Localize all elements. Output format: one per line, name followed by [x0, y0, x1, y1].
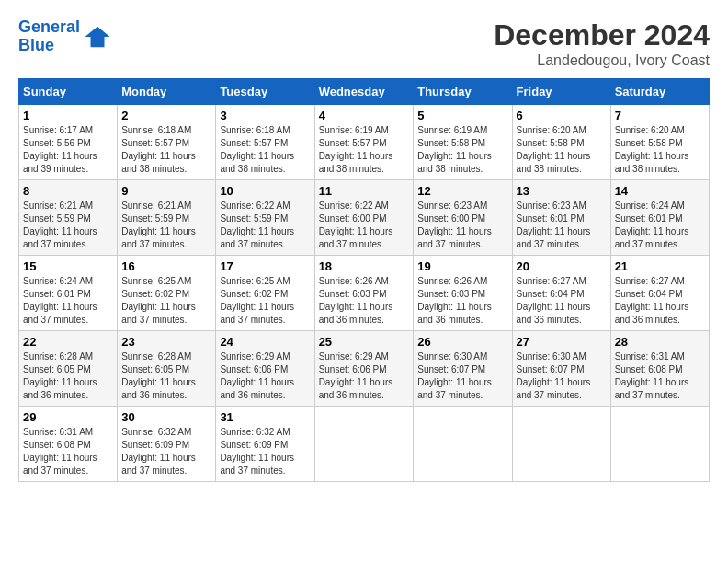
day-info: Sunrise: 6:17 AMSunset: 5:56 PMDaylight:… [23, 124, 113, 176]
table-row: 10 Sunrise: 6:22 AMSunset: 5:59 PMDaylig… [216, 180, 314, 256]
table-row: 27 Sunrise: 6:30 AMSunset: 6:07 PMDaylig… [512, 331, 610, 407]
day-number: 22 [23, 335, 113, 349]
day-number: 12 [417, 184, 507, 198]
day-info: Sunrise: 6:29 AMSunset: 6:06 PMDaylight:… [220, 350, 310, 402]
day-info: Sunrise: 6:28 AMSunset: 6:05 PMDaylight:… [121, 350, 211, 402]
table-row: 15 Sunrise: 6:24 AMSunset: 6:01 PMDaylig… [19, 256, 118, 331]
day-info: Sunrise: 6:31 AMSunset: 6:08 PMDaylight:… [615, 350, 705, 402]
table-row: 12 Sunrise: 6:23 AMSunset: 6:00 PMDaylig… [414, 180, 512, 256]
day-info: Sunrise: 6:27 AMSunset: 6:04 PMDaylight:… [615, 275, 705, 327]
table-row: 23 Sunrise: 6:28 AMSunset: 6:05 PMDaylig… [118, 331, 216, 407]
day-info: Sunrise: 6:25 AMSunset: 6:02 PMDaylight:… [121, 275, 211, 327]
table-row: 20 Sunrise: 6:27 AMSunset: 6:04 PMDaylig… [512, 256, 610, 331]
day-info: Sunrise: 6:31 AMSunset: 6:08 PMDaylight:… [23, 426, 113, 477]
table-row [512, 407, 610, 482]
table-row: 7 Sunrise: 6:20 AMSunset: 5:58 PMDayligh… [610, 105, 709, 180]
day-number: 20 [517, 259, 607, 273]
day-info: Sunrise: 6:28 AMSunset: 6:05 PMDaylight:… [23, 350, 113, 402]
day-number: 13 [517, 184, 607, 198]
day-info: Sunrise: 6:22 AMSunset: 5:59 PMDaylight:… [220, 200, 310, 251]
col-friday: Friday [512, 79, 610, 105]
day-number: 9 [121, 184, 211, 198]
table-row: 3 Sunrise: 6:18 AMSunset: 5:57 PMDayligh… [216, 105, 314, 180]
table-row [610, 407, 709, 482]
day-number: 25 [319, 335, 410, 349]
col-wednesday: Wednesday [314, 79, 414, 105]
table-row: 1 Sunrise: 6:17 AMSunset: 5:56 PMDayligh… [19, 105, 118, 180]
title-block: December 2024 Landedougou, Ivory Coast [494, 18, 710, 69]
day-number: 15 [23, 259, 113, 273]
day-number: 31 [220, 410, 310, 424]
day-info: Sunrise: 6:21 AMSunset: 5:59 PMDaylight:… [23, 200, 113, 251]
col-saturday: Saturday [610, 79, 709, 105]
calendar-week-row: 1 Sunrise: 6:17 AMSunset: 5:56 PMDayligh… [19, 105, 710, 180]
day-number: 4 [319, 109, 410, 122]
day-number: 2 [121, 109, 211, 122]
day-info: Sunrise: 6:32 AMSunset: 6:09 PMDaylight:… [220, 426, 310, 477]
table-row: 24 Sunrise: 6:29 AMSunset: 6:06 PMDaylig… [216, 331, 314, 407]
logo-icon [84, 23, 111, 51]
table-row: 5 Sunrise: 6:19 AMSunset: 5:58 PMDayligh… [414, 105, 512, 180]
day-number: 19 [417, 259, 507, 273]
table-row: 21 Sunrise: 6:27 AMSunset: 6:04 PMDaylig… [610, 256, 709, 331]
page-header: GeneralBlue December 2024 Landedougou, I… [18, 18, 710, 69]
table-row: 19 Sunrise: 6:26 AMSunset: 6:03 PMDaylig… [414, 256, 512, 331]
table-row: 17 Sunrise: 6:25 AMSunset: 6:02 PMDaylig… [216, 256, 314, 331]
day-info: Sunrise: 6:19 AMSunset: 5:58 PMDaylight:… [417, 124, 507, 176]
day-info: Sunrise: 6:23 AMSunset: 6:01 PMDaylight:… [517, 200, 607, 251]
col-sunday: Sunday [19, 79, 118, 105]
calendar-table: Sunday Monday Tuesday Wednesday Thursday… [18, 78, 710, 482]
day-number: 3 [220, 109, 310, 122]
day-number: 27 [517, 335, 607, 349]
svg-marker-0 [85, 27, 110, 48]
table-row: 9 Sunrise: 6:21 AMSunset: 5:59 PMDayligh… [118, 180, 216, 256]
calendar-week-row: 29 Sunrise: 6:31 AMSunset: 6:08 PMDaylig… [19, 407, 710, 482]
calendar-week-row: 15 Sunrise: 6:24 AMSunset: 6:01 PMDaylig… [19, 256, 710, 331]
day-number: 5 [417, 109, 507, 122]
day-info: Sunrise: 6:24 AMSunset: 6:01 PMDaylight:… [615, 200, 705, 251]
day-info: Sunrise: 6:26 AMSunset: 6:03 PMDaylight:… [417, 275, 507, 327]
day-info: Sunrise: 6:18 AMSunset: 5:57 PMDaylight:… [121, 124, 211, 176]
day-info: Sunrise: 6:29 AMSunset: 6:06 PMDaylight:… [319, 350, 410, 402]
day-info: Sunrise: 6:26 AMSunset: 6:03 PMDaylight:… [319, 275, 410, 327]
day-number: 29 [23, 410, 113, 424]
day-info: Sunrise: 6:18 AMSunset: 5:57 PMDaylight:… [220, 124, 310, 176]
day-number: 1 [23, 109, 113, 122]
day-number: 30 [121, 410, 211, 424]
table-row [414, 407, 512, 482]
day-number: 23 [121, 335, 211, 349]
day-number: 10 [220, 184, 310, 198]
table-row: 22 Sunrise: 6:28 AMSunset: 6:05 PMDaylig… [19, 331, 118, 407]
calendar-week-row: 22 Sunrise: 6:28 AMSunset: 6:05 PMDaylig… [19, 331, 710, 407]
table-row: 11 Sunrise: 6:22 AMSunset: 6:00 PMDaylig… [314, 180, 414, 256]
calendar-title: December 2024 [494, 18, 710, 52]
logo: GeneralBlue [18, 18, 111, 55]
table-row: 28 Sunrise: 6:31 AMSunset: 6:08 PMDaylig… [610, 331, 709, 407]
table-row [314, 407, 414, 482]
day-number: 21 [615, 259, 705, 273]
day-number: 11 [319, 184, 410, 198]
calendar-subtitle: Landedougou, Ivory Coast [494, 52, 710, 69]
table-row: 18 Sunrise: 6:26 AMSunset: 6:03 PMDaylig… [314, 256, 414, 331]
table-row: 30 Sunrise: 6:32 AMSunset: 6:09 PMDaylig… [118, 407, 216, 482]
table-row: 2 Sunrise: 6:18 AMSunset: 5:57 PMDayligh… [118, 105, 216, 180]
day-info: Sunrise: 6:23 AMSunset: 6:00 PMDaylight:… [417, 200, 507, 251]
day-number: 28 [615, 335, 705, 349]
calendar-header-row: Sunday Monday Tuesday Wednesday Thursday… [19, 79, 710, 105]
day-number: 6 [517, 109, 607, 122]
day-number: 16 [121, 259, 211, 273]
day-number: 24 [220, 335, 310, 349]
day-info: Sunrise: 6:22 AMSunset: 6:00 PMDaylight:… [319, 200, 410, 251]
day-info: Sunrise: 6:20 AMSunset: 5:58 PMDaylight:… [615, 124, 705, 176]
table-row: 13 Sunrise: 6:23 AMSunset: 6:01 PMDaylig… [512, 180, 610, 256]
day-number: 18 [319, 259, 410, 273]
table-row: 14 Sunrise: 6:24 AMSunset: 6:01 PMDaylig… [610, 180, 709, 256]
table-row: 29 Sunrise: 6:31 AMSunset: 6:08 PMDaylig… [19, 407, 118, 482]
day-info: Sunrise: 6:19 AMSunset: 5:57 PMDaylight:… [319, 124, 410, 176]
table-row: 25 Sunrise: 6:29 AMSunset: 6:06 PMDaylig… [314, 331, 414, 407]
day-info: Sunrise: 6:27 AMSunset: 6:04 PMDaylight:… [517, 275, 607, 327]
day-info: Sunrise: 6:30 AMSunset: 6:07 PMDaylight:… [417, 350, 507, 402]
table-row: 31 Sunrise: 6:32 AMSunset: 6:09 PMDaylig… [216, 407, 314, 482]
col-monday: Monday [118, 79, 216, 105]
logo-text: GeneralBlue [18, 18, 80, 55]
